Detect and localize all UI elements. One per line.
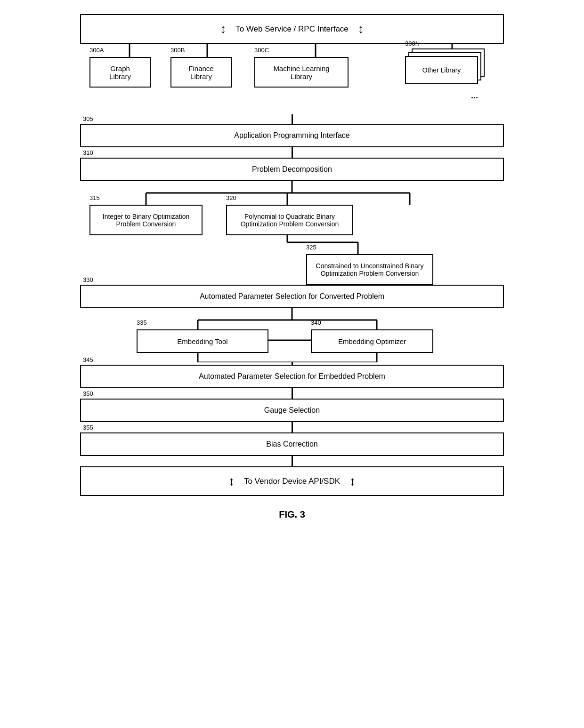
automated-param2-label: Automated Parameter Selection for Embedd…	[199, 372, 385, 380]
integer-binary-box: 315 Integer to Binary Optimization Probl…	[89, 205, 203, 235]
lib-300n-id: 300N	[405, 40, 420, 47]
automated-param2-id: 345	[83, 356, 93, 363]
automated-param1-id: 330	[83, 276, 93, 283]
vendor-device-box: ↕ To Vendor Device API/SDK ↕	[80, 466, 504, 496]
embedding-tool-box: 335 Embedding Tool	[137, 329, 268, 353]
arrow-right-bottom: ↕	[349, 474, 356, 488]
lib-other-front: Other Library	[422, 66, 461, 74]
api-id: 305	[83, 115, 93, 122]
polynomial-box: 320 Polynomial to Quadratic Binary Optim…	[226, 205, 353, 235]
lib-300c: 300C Machine Learning Library	[254, 57, 349, 88]
lib-300b-id: 300B	[170, 47, 185, 54]
integer-binary-id: 315	[89, 194, 100, 201]
automated-param1-label: Automated Parameter Selection for Conver…	[200, 292, 384, 300]
integer-binary-label: Integer to Binary Optimization Problem C…	[103, 213, 189, 228]
lib-300a-id: 300A	[89, 47, 104, 54]
gauge-selection-box: 350 Gauge Selection	[80, 399, 504, 422]
polynomial-id: 320	[226, 194, 236, 201]
bias-correction-box: 355 Bias Correction	[80, 432, 504, 456]
lib-300c-id: 300C	[254, 47, 269, 54]
lib-300a: 300A Graph Library	[89, 57, 151, 88]
constrained-label: Constrained to Unconstrained Binary Opti…	[316, 262, 424, 277]
lib-300c-label: Machine Learning Library	[273, 64, 329, 80]
problem-decomp-label: Problem Decomposition	[252, 165, 332, 173]
polynomial-label: Polynomial to Quadratic Binary Optimizat…	[241, 213, 339, 228]
lib-300a-label: Graph Library	[109, 64, 131, 80]
branch-section: 315 Integer to Binary Optimization Probl…	[80, 181, 504, 285]
v-connector-1	[292, 114, 293, 124]
bias-correction-label: Bias Correction	[266, 440, 317, 448]
lib-300b: 300B Finance Library	[170, 57, 232, 88]
constrained-id: 325	[306, 244, 316, 251]
lib-dots: ...	[471, 91, 478, 101]
gauge-selection-label: Gauge Selection	[264, 406, 320, 414]
figure-label: FIG. 3	[279, 509, 305, 520]
constrained-box: 325 Constrained to Unconstrained Binary …	[306, 254, 433, 285]
diagram-container: ↕ To Web Service / RPC Interface ↕ 300A …	[80, 14, 504, 520]
lib-300b-label: Finance Library	[188, 64, 213, 80]
embedding-optimizer-box: 340 Embedding Optimizer	[311, 329, 433, 353]
web-service-box: ↕ To Web Service / RPC Interface ↕	[80, 14, 504, 44]
vendor-device-label: To Vendor Device API/SDK	[244, 477, 340, 486]
embedding-tool-id: 335	[137, 319, 147, 326]
arrow-left-top: ↕	[220, 22, 226, 36]
api-box: 305 Application Programming Interface	[80, 124, 504, 147]
v-connector-2	[292, 147, 293, 158]
lib-300n: 300N Other Library Other Library Other L…	[405, 48, 478, 77]
arrow-right-top: ↕	[358, 22, 364, 36]
embedding-optimizer-id: 340	[311, 319, 321, 326]
v-connector-5	[292, 422, 293, 432]
v-connector-6	[292, 456, 293, 466]
problem-decomp-box: 310 Problem Decomposition	[80, 158, 504, 181]
v-connector-4	[292, 388, 293, 399]
embedding-optimizer-label: Embedding Optimizer	[338, 337, 406, 345]
automated-param2-box: 345 Automated Parameter Selection for Em…	[80, 365, 504, 388]
automated-param1-box: 330 Automated Parameter Selection for Co…	[80, 285, 504, 308]
embed-section: 335 Embedding Tool 340 Embedding Optimiz…	[80, 308, 504, 362]
arrow-left-bottom: ↕	[228, 474, 235, 488]
bias-correction-id: 355	[83, 424, 93, 431]
embedding-tool-label: Embedding Tool	[177, 337, 227, 345]
gauge-selection-id: 350	[83, 390, 93, 397]
problem-decomp-id: 310	[83, 149, 93, 156]
web-service-label: To Web Service / RPC Interface	[235, 24, 349, 34]
libraries-section: 300A Graph Library 300B Finance Library …	[80, 44, 504, 114]
api-label: Application Programming Interface	[234, 131, 349, 139]
